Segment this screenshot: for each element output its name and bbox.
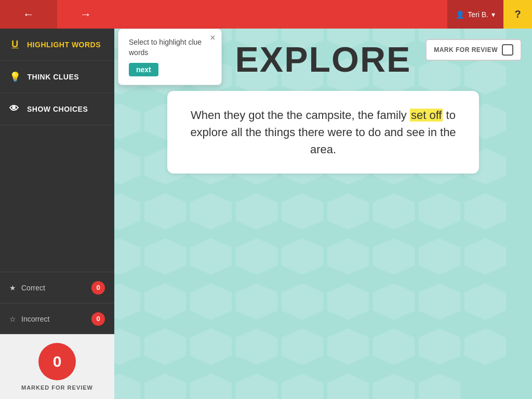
hex-shape: [327, 328, 369, 365]
tooltip-popup: × Select to highlight clue words next: [118, 29, 222, 85]
think-clues-label: THINK CLUES: [28, 73, 79, 81]
hex-shape: [114, 148, 140, 184]
hex-shape: [114, 284, 140, 320]
hex-shape: [419, 238, 460, 275]
highlight-words-label: HIGHLIGHT WORDS: [27, 41, 101, 49]
close-button[interactable]: ×: [210, 33, 215, 43]
next-tooltip-button[interactable]: next: [129, 63, 158, 76]
sidebar-item-think-clues[interactable]: 💡 THINK CLUES: [0, 61, 114, 93]
hex-shape: [144, 284, 186, 320]
hex-shape: [114, 374, 140, 399]
tooltip-text: Select to highlight clue words: [129, 37, 211, 58]
underline-icon: U: [9, 39, 21, 50]
prev-button[interactable]: ←: [0, 0, 57, 29]
hex-shape: [114, 193, 140, 230]
sentence-text: When they got the the campsite, the fami…: [188, 107, 458, 158]
hex-shape: [190, 328, 232, 365]
next-button[interactable]: →: [57, 0, 114, 29]
user-menu[interactable]: 👤 Teri B. ▾: [447, 0, 503, 29]
hex-shape: [373, 238, 415, 275]
hex-shape: [464, 328, 506, 365]
hex-shape: [373, 193, 415, 230]
hex-shape: [236, 238, 277, 275]
hex-shape: [236, 193, 277, 230]
hex-shape: [236, 328, 277, 365]
sidebar-item-show-choices[interactable]: 👁 SHOW CHOICES: [0, 93, 114, 125]
hex-shape: [419, 193, 460, 230]
review-label: MARKED FOR REVIEW: [21, 384, 93, 391]
review-count: 0: [38, 343, 76, 380]
hex-shape: [373, 284, 415, 320]
hex-shape: [464, 284, 506, 320]
incorrect-label: Incorrect: [21, 315, 49, 323]
mark-for-review-button[interactable]: MARK FOR REVIEW: [425, 39, 522, 61]
incorrect-stat: ☆ Incorrect 0: [0, 303, 114, 334]
hex-shape: [144, 193, 186, 230]
hex-shape: [114, 328, 140, 365]
hex-shape: [419, 374, 460, 399]
highlighted-phrase: set off: [410, 109, 443, 122]
hex-shape: [190, 284, 232, 320]
correct-label: Correct: [21, 284, 45, 292]
hex-shape: [190, 238, 232, 275]
hex-shape: [419, 284, 460, 320]
hex-shape: [144, 374, 186, 399]
hex-shape: [373, 374, 415, 399]
star-filled-icon: ★: [9, 284, 16, 292]
sidebar-bottom: ★ Correct 0 ☆ Incorrect 0 0 MARKED FOR R…: [0, 272, 114, 399]
hex-shape: [282, 193, 323, 230]
eye-icon: 👁: [9, 103, 21, 114]
hex-shape: [190, 374, 232, 399]
hex-shape: [282, 328, 323, 365]
hex-shape: [282, 374, 323, 399]
hex-shape: [282, 238, 323, 275]
hex-shape: [144, 328, 186, 365]
mark-review-label: MARK FOR REVIEW: [434, 46, 498, 54]
lightbulb-icon: 💡: [9, 71, 21, 83]
mark-review-checkbox: [502, 44, 513, 56]
hex-shape: [373, 328, 415, 365]
hex-shape: [236, 284, 277, 320]
show-choices-label: SHOW CHOICES: [27, 105, 88, 113]
hex-shape: [114, 103, 140, 140]
sentence-before: When they got the the campsite, the fami…: [191, 109, 410, 122]
hex-shape: [327, 193, 369, 230]
hex-shape: [327, 284, 369, 320]
hex-shape: [282, 284, 323, 320]
hex-shape: [236, 374, 277, 399]
hex-shape: [144, 238, 186, 275]
hex-shape: [190, 193, 232, 230]
help-button[interactable]: ?: [503, 0, 532, 29]
star-empty-icon: ☆: [9, 315, 16, 323]
dropdown-arrow-icon: ▾: [491, 10, 495, 19]
user-name: Teri B.: [468, 10, 488, 19]
hex-shape: [464, 238, 506, 275]
hex-shape: [327, 374, 369, 399]
incorrect-stat-left: ☆ Incorrect: [9, 315, 49, 323]
sentence-card: When they got the the campsite, the fami…: [167, 91, 479, 174]
correct-stat: ★ Correct 0: [0, 272, 114, 303]
user-icon: 👤: [456, 10, 464, 19]
nav-arrows: ← →: [0, 0, 114, 29]
hex-shape: [419, 328, 460, 365]
incorrect-count: 0: [91, 312, 105, 326]
marked-review-section: 0 MARKED FOR REVIEW: [0, 334, 114, 399]
hex-shape: [114, 238, 140, 275]
top-bar-right: 👤 Teri B. ▾ ?: [447, 0, 532, 29]
correct-count: 0: [91, 281, 105, 295]
top-bar: ← → 👤 Teri B. ▾ ?: [0, 0, 532, 29]
correct-stat-left: ★ Correct: [9, 284, 45, 292]
sidebar-item-highlight-words[interactable]: U HIGHLIGHT WORDS: [0, 29, 114, 61]
hex-shape: [327, 238, 369, 275]
sidebar: U HIGHLIGHT WORDS 💡 THINK CLUES 👁 SHOW C…: [0, 29, 114, 399]
hex-shape: [464, 193, 506, 230]
